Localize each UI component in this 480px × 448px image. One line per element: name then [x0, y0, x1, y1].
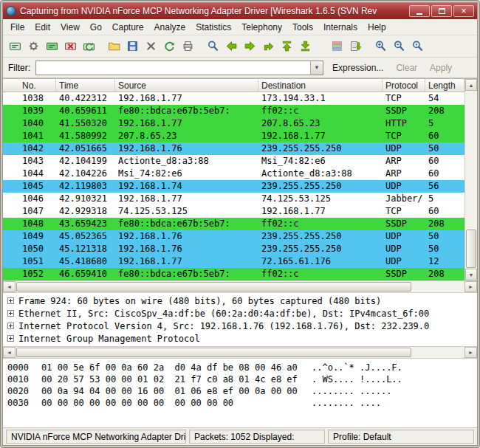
scroll-left-button[interactable]: ◄: [3, 281, 16, 292]
print-button[interactable]: [179, 38, 196, 55]
go-to-top-button[interactable]: [278, 38, 295, 55]
go-back-button[interactable]: [223, 38, 240, 55]
reload-button[interactable]: [161, 38, 178, 55]
menu-item-tools[interactable]: Tools: [287, 20, 318, 35]
filter-dropdown-button[interactable]: ▼: [310, 61, 323, 75]
clear-button[interactable]: Clear: [392, 61, 421, 75]
hex-line-0030[interactable]: 003000 00 00 00 00 00 00 00 00 00 00 00.…: [7, 398, 473, 410]
hex-line-0010[interactable]: 001000 20 57 53 00 00 01 02 21 f7 c0 a8 …: [7, 374, 473, 386]
go-to-packet-button[interactable]: [260, 38, 277, 55]
open-file-button[interactable]: [106, 38, 123, 55]
menu-item-view[interactable]: View: [55, 20, 85, 35]
scroll-down-button[interactable]: ▼: [465, 269, 477, 280]
packet-row-1045[interactable]: 104542.119803192.168.1.74239.255.255.250…: [3, 180, 464, 193]
title-bar[interactable]: Capturing from NVIDIA nForce MCP Network…: [3, 3, 477, 19]
detail-line[interactable]: Ethernet II, Src: CiscoSpv_4a:df:be (60:…: [6, 307, 474, 320]
wireshark-window: Capturing from NVIDIA nForce MCP Network…: [0, 0, 480, 448]
vertical-scroll-thumb[interactable]: [466, 230, 476, 268]
go-to-bottom-button[interactable]: [297, 38, 314, 55]
expand-plus-icon[interactable]: [7, 335, 14, 342]
menu-item-internals[interactable]: Internals: [318, 20, 363, 35]
details-hscroll-thumb[interactable]: [16, 348, 411, 357]
column-header-length[interactable]: Length: [425, 79, 464, 92]
packet-row-1046[interactable]: 104642.910321192.168.1.7774.125.53.125Ja…: [3, 193, 464, 205]
capture-options-button[interactable]: [25, 38, 42, 55]
menu-item-analyze[interactable]: Analyze: [149, 20, 191, 35]
save-file-button[interactable]: [124, 38, 141, 55]
packet-row-1043[interactable]: 104342.104199Actionte_d8:a3:88Msi_74:82:…: [3, 155, 464, 168]
expression-button[interactable]: Expression...: [329, 61, 387, 75]
packet-row-1047[interactable]: 104742.92931874.125.53.125192.168.1.77TC…: [3, 205, 464, 218]
scroll-right-button[interactable]: ►: [464, 281, 477, 292]
menu-item-file[interactable]: File: [5, 20, 30, 35]
auto-scroll-button[interactable]: [347, 38, 364, 55]
zoom-out-button[interactable]: [391, 38, 408, 55]
menu-item-statistics[interactable]: Statistics: [191, 20, 236, 35]
menu-item-help[interactable]: Help: [363, 20, 391, 35]
menu-item-edit[interactable]: Edit: [30, 20, 55, 35]
cell-protocol: Jabber/: [383, 193, 425, 205]
packet-row-1041[interactable]: 104141.580992207.8.65.23192.168.1.77TCP6…: [3, 130, 464, 142]
menu-item-telephony[interactable]: Telephony: [236, 20, 287, 35]
list-interfaces-button[interactable]: [7, 38, 24, 55]
colorize-button[interactable]: [329, 38, 346, 55]
minimize-button[interactable]: [409, 5, 430, 17]
packet-row-1048[interactable]: 104843.659423fe80::bdca:e67b:5eb7:ff02::…: [3, 218, 464, 230]
maximize-button[interactable]: [431, 5, 452, 17]
apply-button[interactable]: Apply: [426, 61, 456, 75]
menu-item-go[interactable]: Go: [85, 20, 107, 35]
hex-ascii: ........ ....: [312, 398, 381, 410]
vertical-scroll-track[interactable]: [465, 91, 477, 269]
details-hscrollbar[interactable]: ◄ ►: [3, 346, 477, 359]
go-forward-button[interactable]: [241, 38, 258, 55]
column-header-protocol[interactable]: Protocol: [383, 79, 425, 92]
column-header-destination[interactable]: Destination: [258, 79, 383, 92]
scroll-up-button[interactable]: ▲: [465, 79, 477, 91]
column-header-source[interactable]: Source: [115, 79, 258, 92]
detail-line[interactable]: Internet Protocol Version 4, Src: 192.16…: [6, 320, 474, 332]
detail-line[interactable]: Frame 924: 60 bytes on wire (480 bits), …: [6, 294, 474, 307]
cell-no: 1040: [3, 117, 56, 130]
details-scroll-right-button[interactable]: ►: [464, 347, 477, 358]
detail-line[interactable]: Internet Group Management Protocol: [6, 332, 474, 345]
packet-list-hscrollbar[interactable]: ◄ ►: [3, 280, 477, 293]
packet-row-1038[interactable]: 103840.422312192.168.1.77173.194.33.1TCP…: [3, 92, 464, 105]
packet-row-1051[interactable]: 105145.418680192.168.1.7772.165.61.176UD…: [3, 255, 464, 268]
find-packet-button[interactable]: [205, 38, 222, 55]
packet-row-1049[interactable]: 104945.052365192.168.1.76239.255.255.250…: [3, 230, 464, 243]
cell-destination: 207.8.65.23: [258, 117, 383, 130]
hscroll-track[interactable]: [16, 281, 464, 292]
capture-stop-button[interactable]: [62, 38, 79, 55]
hex-hex: 00 00 00 00 00 00 00 00 00 00 00 00: [41, 398, 312, 410]
zoom-in-button[interactable]: [372, 38, 389, 55]
column-header-time[interactable]: Time: [56, 79, 115, 92]
cell-no: 1045: [3, 180, 56, 193]
hex-line-0020[interactable]: 002000 0a 94 04 00 00 16 00 01 06 e8 ef …: [7, 386, 473, 398]
packet-row-1044[interactable]: 104442.104226Msi_74:82:e6Actionte_d8:a3:…: [3, 168, 464, 180]
column-header-no[interactable]: No.: [3, 79, 56, 92]
cell-length: 12: [425, 255, 464, 268]
details-scroll-left-button[interactable]: ◄: [3, 347, 16, 358]
vertical-scrollbar[interactable]: ▲ ▼: [464, 79, 477, 280]
close-file-button[interactable]: [143, 38, 160, 55]
menu-item-capture[interactable]: Capture: [107, 20, 149, 35]
expand-plus-icon[interactable]: [7, 297, 14, 304]
expand-plus-icon[interactable]: [7, 310, 14, 317]
window-title: Capturing from NVIDIA nForce MCP Network…: [20, 6, 405, 16]
packet-list-pane: No.TimeSourceDestinationProtocolLength 1…: [3, 78, 477, 280]
capture-restart-button[interactable]: [80, 38, 97, 55]
details-hscroll-track[interactable]: [16, 347, 464, 358]
expand-plus-icon[interactable]: [7, 323, 14, 329]
packet-row-1052[interactable]: 105246.659410fe80::bdca:e67b:5eb7:ff02::…: [3, 268, 464, 280]
zoom-100-button[interactable]: [409, 38, 426, 55]
close-button[interactable]: ×: [453, 5, 474, 17]
packet-row-1042[interactable]: 104242.051665192.168.1.76239.255.255.250…: [3, 142, 464, 155]
filter-input[interactable]: [36, 61, 310, 75]
packet-row-1039[interactable]: 103940.659611fe80::bdca:e67b:5eb7:ff02::…: [3, 105, 464, 117]
packet-row-1040[interactable]: 104041.550320192.168.1.77207.8.65.23HTTP…: [3, 117, 464, 130]
hex-hex: 00 20 57 53 00 00 01 02 21 f7 c0 a8 01 4…: [41, 374, 312, 386]
packet-row-1050[interactable]: 105045.121318192.168.1.76239.255.255.250…: [3, 243, 464, 255]
capture-start-button[interactable]: [44, 38, 61, 55]
hex-line-0000[interactable]: 000001 00 5e 6f 00 0a 60 2a d0 4a df be …: [7, 362, 473, 374]
hscroll-thumb[interactable]: [16, 282, 411, 292]
